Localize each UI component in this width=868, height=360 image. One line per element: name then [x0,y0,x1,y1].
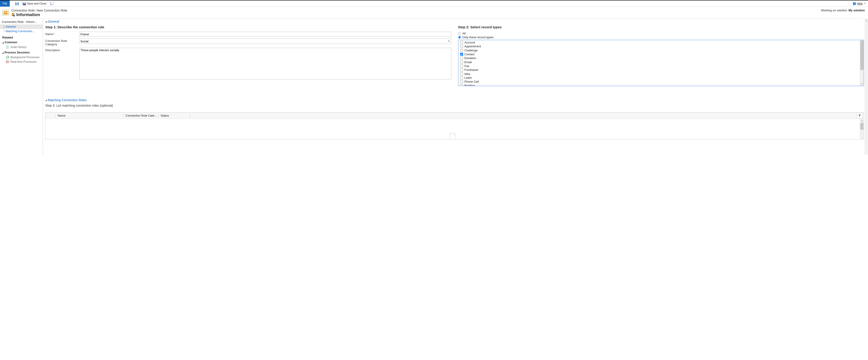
record-types-box: AccountAppointmentChallengeContactDonati… [458,40,864,86]
record-type-label: Phone Call [464,80,479,83]
scroll-up-icon[interactable]: ▴ [860,119,864,123]
record-type-item[interactable]: Idea [458,72,860,76]
page-scroll-gutter[interactable]: ▴ [865,19,868,155]
record-type-item[interactable]: Challenge [458,48,860,52]
save-close-label: Save and Close [27,2,46,5]
record-type-checkbox[interactable] [460,45,463,48]
record-type-checkbox[interactable] [460,61,463,64]
record-type-label: Donation [464,56,476,60]
record-type-item[interactable]: Donation [458,56,860,60]
matching-grid: Name Connection Role Cate... Status [45,112,864,139]
record-type-label: Appointment [464,44,481,48]
radio-all[interactable]: All [458,32,864,35]
record-type-checkbox[interactable] [460,76,463,79]
actions-button[interactable] [49,1,55,6]
record-type-checkbox[interactable] [460,53,463,56]
record-type-item[interactable]: Account [458,40,860,44]
step2-column: Step 2: Select record types All Only the… [458,24,864,86]
help-icon: ? [853,2,856,5]
record-type-label: Contact [464,53,475,56]
record-type-item[interactable]: Position [458,84,860,86]
scroll-down-icon[interactable]: ▾ [860,82,864,86]
category-label: Connection Role Category [45,38,79,46]
record-type-label: Fax [464,64,469,68]
record-scrollbar[interactable]: ▾ [860,40,864,86]
file-menu-button[interactable]: File [0,0,10,6]
record-type-item[interactable]: Fundraiser [458,68,860,72]
grid-col-name[interactable]: Name [55,114,123,117]
top-toolbar: File Save and Close ? Help ▼ [0,0,868,7]
nav-audit-history[interactable]: Audit History [0,45,43,50]
grid-scrollbar[interactable]: ▴ [860,119,864,139]
step3-title: Step 3: List matching connection roles (… [45,102,864,110]
step1-title: Step 1: Describe the connection role [45,24,451,32]
info-small-icon [11,13,15,17]
svg-rect-1 [16,2,18,3]
record-type-label: Account [464,41,475,44]
help-label: Help [857,2,863,5]
grid-scroll-thumb[interactable] [860,123,864,130]
record-type-checkbox[interactable] [460,57,463,60]
record-type-item[interactable]: Phone Call [458,80,860,84]
category-select[interactable]: Social [79,38,451,44]
scroll-thumb[interactable] [860,40,864,70]
section-general-header[interactable]: ◢ General [45,19,864,24]
record-type-checkbox[interactable] [460,80,463,83]
grid-checkbox-col[interactable] [45,114,55,117]
name-label: Name* [45,32,79,36]
record-type-label: Fundraiser [464,68,478,71]
record-type-checkbox[interactable] [460,65,463,67]
grid-filter-button[interactable] [857,113,863,119]
nav-matching[interactable]: └Matching Connection... [0,29,43,34]
record-type-item[interactable]: Letter [458,76,860,80]
left-nav: Connection Role : Inform... ├General └Ma… [0,19,43,155]
grid-col-spacer [190,114,857,117]
page-title: Information [16,12,40,17]
record-type-checkbox[interactable] [460,84,463,86]
grid-col-status[interactable]: Status [158,114,190,117]
nav-process-sessions-header[interactable]: Process Sessions [0,50,43,55]
section-matching-header[interactable]: ◢ Matching Connection Roles [45,97,864,102]
description-label: Description [45,48,79,52]
record-type-item[interactable]: Fax [458,64,860,68]
table-icon [6,60,9,63]
help-menu[interactable]: ? Help ▼ [853,2,868,5]
nav-background-processes[interactable]: Background Processes [0,55,43,60]
step2-title: Step 2: Select record types [458,24,864,32]
gear-process-icon [6,56,9,59]
grid-col-category[interactable]: Connection Role Cate... [123,114,158,117]
record-type-label: Challenge [464,49,478,52]
record-type-item[interactable]: Appointment [458,44,860,48]
solution-label: Working on solution: My solution [821,9,865,12]
svg-rect-2 [16,4,18,5]
record-type-label: Position [464,84,475,86]
actions-icon [50,2,54,5]
nav-general[interactable]: ├General [0,25,43,29]
grid-empty-area [45,119,860,139]
save-button[interactable] [14,1,20,6]
entity-icon [2,9,9,15]
scroll-up-icon: ▴ [865,19,868,22]
nav-common-header[interactable]: Common [0,40,43,45]
description-textarea[interactable]: These people interact socially [79,48,451,79]
collapse-icon: ◢ [45,21,47,23]
svg-rect-4 [23,2,25,3]
grid-header: Name Connection Role Cate... Status [45,112,864,119]
svg-point-7 [4,11,5,12]
record-type-checkbox[interactable] [460,68,463,71]
save-and-close-button[interactable]: Save and Close [21,1,48,6]
record-type-checkbox[interactable] [460,49,463,52]
svg-point-10 [13,13,14,14]
nav-realtime-processes[interactable]: Real-time Processes [0,60,43,64]
record-type-checkbox[interactable] [460,41,463,44]
radio-only-these[interactable]: Only these record types: [458,36,864,39]
svg-point-8 [6,11,7,12]
name-input[interactable] [79,32,451,37]
svg-point-9 [12,13,13,14]
record-type-item[interactable]: Email [458,60,860,64]
record-type-checkbox[interactable] [460,72,463,75]
record-types-list[interactable]: AccountAppointmentChallengeContactDonati… [458,40,860,86]
step1-column: Step 1: Describe the connection role Nam… [45,24,451,86]
record-type-item[interactable]: Contact [458,52,860,56]
record-type-label: Idea [464,72,470,76]
